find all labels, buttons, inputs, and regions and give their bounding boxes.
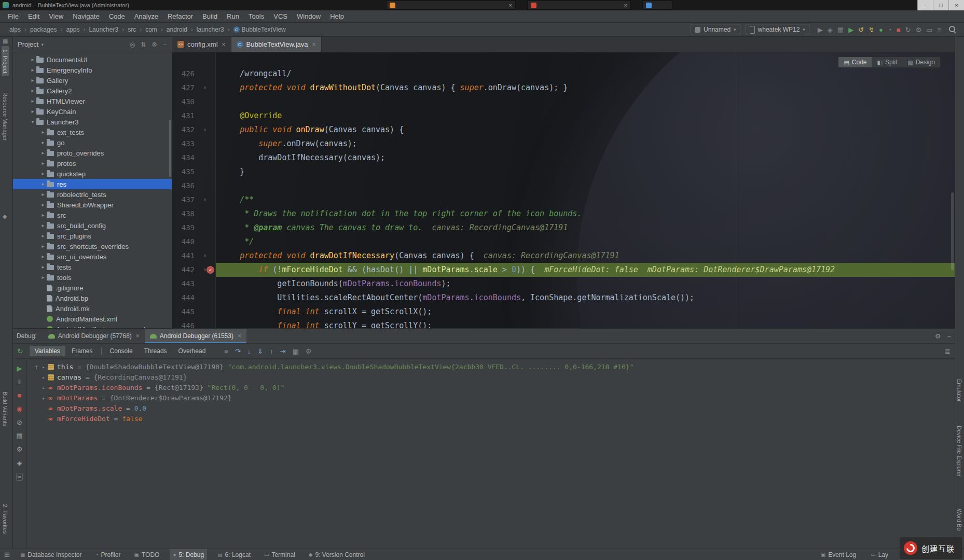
chevron-right-icon[interactable]: ▸	[29, 109, 36, 114]
chevron-right-icon[interactable]: ▸	[39, 254, 47, 259]
editor-body[interactable]: ▤Code◧Split▧Design 426427∨430431432∨4334…	[172, 52, 955, 328]
gutter-line[interactable]: 445	[172, 305, 215, 319]
breadcrumb-item[interactable]: alps	[9, 26, 21, 33]
minimize-button[interactable]: –	[917, 0, 933, 10]
chevron-right-icon[interactable]: ▸	[39, 171, 47, 176]
device-selector[interactable]: wheatek WP12 ▾	[746, 24, 809, 35]
thread-dump-icon[interactable]: ▦	[16, 432, 22, 439]
debug-tab-variables[interactable]: Variables	[30, 346, 65, 356]
chevron-right-icon[interactable]: ▸	[29, 78, 36, 83]
tree-item[interactable]: ▸EmergencyInfo	[12, 65, 172, 75]
code-line[interactable]	[216, 179, 955, 193]
view-mode-design[interactable]: ▧Design	[902, 57, 940, 67]
view-mode-split[interactable]: ◧Split	[872, 57, 902, 67]
tree-item[interactable]: ▸src_ui_overrides	[12, 251, 172, 262]
run-icon[interactable]: ▶	[848, 26, 853, 33]
tree-item[interactable]: ▸robolectric_tests	[12, 189, 172, 200]
code-line[interactable]: /wrongcall/	[216, 67, 955, 81]
statusbar-profiler[interactable]: ◔Profiler	[92, 549, 123, 560]
code-line[interactable]: getIconBounds(mDotParams.iconBounds);	[216, 277, 955, 291]
profiler-icon[interactable]: ◔	[888, 26, 892, 33]
chevron-right-icon[interactable]: ▸	[39, 275, 47, 280]
apply-code-changes-icon[interactable]: ↯	[869, 26, 874, 33]
tree-item[interactable]: ▸DocumentsUI	[12, 54, 172, 65]
editor-tab[interactable]: <>config.xml×	[172, 37, 231, 52]
chevron-right-icon[interactable]: ▸	[39, 130, 47, 135]
gutter-line[interactable]: 444	[172, 291, 215, 305]
debug-tab-frames[interactable]: Frames	[66, 346, 98, 356]
gutter-line[interactable]: 438	[172, 207, 215, 221]
statusbar-lay[interactable]: ▭Lay	[867, 549, 891, 560]
gutter-line[interactable]: 437∨	[172, 193, 215, 207]
tree-item[interactable]: ▸SharedLibWrapper	[12, 200, 172, 210]
fold-icon[interactable]: ∨	[204, 123, 206, 137]
chevron-right-icon[interactable]: ▸	[39, 181, 47, 187]
close-icon[interactable]: ×	[312, 41, 316, 48]
menu-analyze[interactable]: Analyze	[130, 12, 163, 20]
gutter-line[interactable]: 440	[172, 235, 215, 249]
menu-vcs[interactable]: VCS	[269, 12, 292, 20]
chevron-right-icon[interactable]: ▸	[39, 213, 47, 218]
build-settings-icon[interactable]: ⚙	[915, 26, 921, 33]
tool-window-button-word-bo[interactable]: Word Bo	[956, 509, 962, 531]
step-out-icon[interactable]: ↑	[270, 348, 273, 355]
device-manager-icon[interactable]: ▭	[926, 26, 932, 33]
run-to-cursor-icon[interactable]: ⇥	[280, 348, 286, 355]
tool-window-button-1-project[interactable]: 1: Project	[2, 46, 9, 76]
evaluate-expression-icon[interactable]: ▦	[293, 348, 299, 355]
debug-tab-threads[interactable]: Threads	[139, 346, 172, 356]
gutter-line[interactable]: 430	[172, 95, 215, 109]
fold-icon[interactable]: ∨	[204, 81, 206, 95]
close-icon[interactable]: ×	[222, 41, 226, 48]
chevron-down-icon[interactable]: ▾	[29, 119, 36, 124]
pause-icon[interactable]: ‖	[18, 379, 21, 385]
code-line[interactable]: * Draws the notification dot in the top …	[216, 207, 955, 221]
plugin-icon[interactable]: ◆	[3, 213, 7, 220]
gutter-line[interactable]: 442∨✓	[172, 263, 215, 277]
breadcrumb-item[interactable]: launcher3	[197, 26, 224, 33]
chevron-right-icon[interactable]: ▸	[39, 244, 47, 249]
sync-project-icon[interactable]: ↻	[905, 26, 911, 33]
scrollbar[interactable]	[951, 192, 954, 270]
code-line[interactable]: final int scrollX = getScrollX();	[216, 305, 955, 319]
tool-window-button-emulator[interactable]: Emulator	[956, 379, 962, 402]
fold-icon[interactable]: ∨	[204, 193, 206, 207]
structure-icon[interactable]: ≡	[937, 26, 941, 33]
menu-run[interactable]: Run	[222, 12, 244, 20]
statusbar-event-log[interactable]: ▣Event Log	[818, 549, 860, 560]
search-icon[interactable]	[949, 26, 957, 34]
close-icon[interactable]: ×	[136, 332, 140, 340]
layout-icon[interactable]: ≡	[224, 348, 228, 355]
debugger-session-tab[interactable]: Android Debugger (61553)×	[145, 329, 246, 343]
view-breakpoints-icon[interactable]: ◉	[17, 405, 22, 412]
tree-item[interactable]: .gitignore	[12, 283, 172, 293]
gutter-line[interactable]: 432∨	[172, 123, 215, 137]
apply-changes-icon[interactable]: ↺	[858, 26, 864, 33]
statusbar-6-logcat[interactable]: ▤6: Logcat	[214, 549, 254, 560]
code-line[interactable]: protected void drawDotIfNecessary(Canvas…	[216, 249, 955, 263]
collapse-all-icon[interactable]: ⇅	[141, 41, 146, 48]
code-line[interactable]	[216, 95, 955, 109]
breadcrumb-item[interactable]: android	[167, 26, 187, 33]
tree-item[interactable]: Android.mk	[12, 303, 172, 314]
menu-build[interactable]: Build	[198, 12, 222, 20]
tree-item[interactable]: ▸Gallery2	[12, 86, 172, 96]
code-line[interactable]: * @param canvas The canvas to draw to. c…	[216, 221, 955, 235]
code-line[interactable]: /**	[216, 193, 955, 207]
tool-window-icon[interactable]: ▦	[3, 38, 8, 45]
tree-item[interactable]: ▾Launcher3	[12, 117, 172, 127]
variables-panel[interactable]: +▸this = {DoubleShadowBubbleTextView@171…	[27, 359, 955, 549]
tool-window-button-resource-manager[interactable]: Resource Manager	[2, 92, 8, 141]
variable-row[interactable]: +▸this = {DoubleShadowBubbleTextView@171…	[32, 362, 955, 372]
code-line[interactable]: super.onDraw(canvas);	[216, 137, 955, 151]
menu-view[interactable]: View	[44, 12, 68, 20]
layout-settings-icon[interactable]: ≣	[945, 347, 951, 355]
statusbar-database-inspector[interactable]: ▦Database Inspector	[17, 549, 85, 560]
code-area[interactable]: /wrongcall/ protected void drawWithoutDo…	[216, 52, 955, 328]
breakpoint-icon[interactable]: ✓	[206, 266, 214, 274]
mute-breakpoints-icon[interactable]: ⊘	[17, 419, 22, 426]
tool-window-button-2-favorites[interactable]: 2: Favorites	[2, 504, 8, 534]
chevron-right-icon[interactable]: ▸	[39, 223, 47, 228]
debug-bug-icon[interactable]: ●	[879, 26, 883, 33]
stop-icon[interactable]: ■	[18, 392, 22, 399]
